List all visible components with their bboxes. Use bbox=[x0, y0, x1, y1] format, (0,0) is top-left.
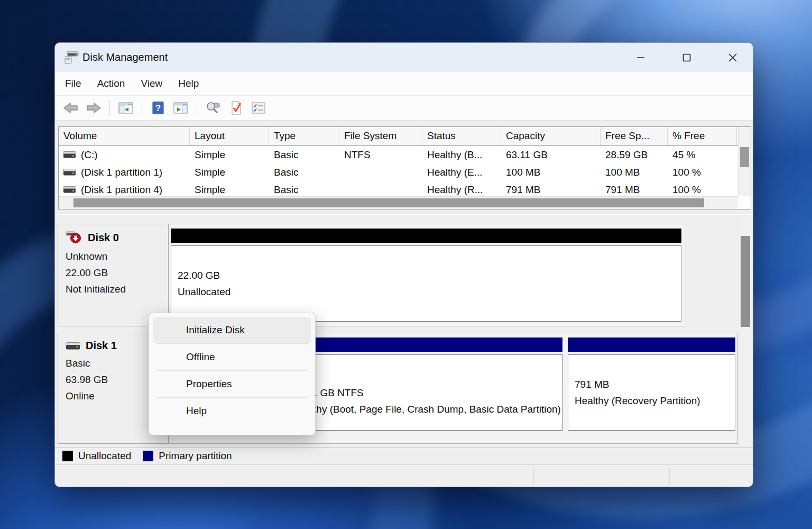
disk0-strip: 22.00 GB Unallocated bbox=[169, 224, 686, 326]
disk0-context-menu: Initialize Disk Offline Properties Help bbox=[149, 313, 316, 435]
cell-layout: Simple bbox=[190, 181, 269, 195]
cell-capacity: 100 MB bbox=[501, 163, 601, 181]
check-document-icon[interactable] bbox=[226, 99, 245, 117]
titlebar[interactable]: Disk Management bbox=[55, 43, 753, 72]
svg-text:?: ? bbox=[155, 103, 161, 113]
task-list-icon[interactable] bbox=[249, 99, 268, 117]
cell-status: Healthy (R... bbox=[422, 181, 501, 195]
cell-file-system bbox=[339, 163, 422, 181]
close-button[interactable] bbox=[717, 43, 749, 72]
status-bar-divider bbox=[533, 468, 534, 485]
toolbar: ? bbox=[55, 96, 753, 121]
partition-size: 791 MB bbox=[575, 376, 735, 393]
cell-percent-free: 45 % bbox=[668, 146, 737, 163]
volume-name-cell: (C:) bbox=[59, 146, 190, 163]
disk1-c-partition-region[interactable]: (C:) 63.11 GB NTFS Healthy (Boot, Page F… bbox=[286, 338, 562, 431]
minimize-button[interactable] bbox=[625, 43, 657, 72]
pane-splitter[interactable] bbox=[55, 214, 753, 215]
cell-status: Healthy (B... bbox=[422, 146, 501, 163]
volume-drive-icon bbox=[63, 151, 76, 158]
volume-row-c[interactable]: (C:) Simple Basic NTFS Healthy (B... 63.… bbox=[59, 146, 751, 163]
cell-free-space: 28.59 GB bbox=[601, 146, 668, 163]
cell-capacity: 63.11 GB bbox=[501, 146, 601, 163]
toolbar-separator bbox=[109, 100, 110, 116]
volume-list-header: Volume Layout Type File System Status Ca… bbox=[59, 127, 751, 146]
volume-list: Volume Layout Type File System Status Ca… bbox=[58, 126, 751, 209]
disk1-drive-icon bbox=[66, 342, 80, 350]
volume-name-cell: (Disk 1 partition 4) bbox=[59, 181, 190, 195]
unallocated-color-band bbox=[171, 229, 681, 243]
volume-drive-icon bbox=[63, 186, 76, 193]
volume-name-cell: (Disk 1 partition 1) bbox=[59, 163, 190, 181]
forward-icon[interactable] bbox=[84, 99, 103, 117]
volume-drive-icon bbox=[63, 169, 76, 176]
menu-action[interactable]: Action bbox=[97, 78, 125, 89]
disk-management-window: Disk Management File Action View Help bbox=[54, 42, 753, 487]
menu-item-help[interactable]: Help bbox=[149, 398, 315, 424]
menu-view[interactable]: View bbox=[141, 78, 162, 89]
column-percent-free[interactable]: % Free bbox=[668, 127, 737, 145]
menu-item-properties[interactable]: Properties bbox=[149, 371, 315, 397]
horizontal-scrollbar-thumb[interactable] bbox=[73, 198, 704, 207]
primary-partition-legend-label: Primary partition bbox=[159, 450, 232, 462]
region-label: Unallocated bbox=[178, 284, 681, 300]
volume-list-rows: (C:) Simple Basic NTFS Healthy (B... 63.… bbox=[59, 146, 751, 195]
help-icon[interactable]: ? bbox=[149, 99, 168, 117]
graphical-view-vertical-scrollbar[interactable] bbox=[740, 218, 751, 446]
show-console-tree-icon[interactable] bbox=[116, 99, 135, 117]
cell-type: Basic bbox=[269, 146, 339, 163]
toolbar-separator bbox=[197, 100, 197, 116]
column-layout[interactable]: Layout bbox=[190, 127, 269, 145]
vertical-scrollbar-thumb[interactable] bbox=[741, 236, 750, 327]
disk0-panel[interactable]: Disk 0 Unknown 22.00 GB Not Initialized bbox=[58, 224, 169, 326]
cell-layout: Simple bbox=[190, 146, 269, 163]
show-action-pane-icon[interactable] bbox=[171, 99, 190, 117]
cell-layout: Simple bbox=[190, 163, 269, 181]
disk0-size: 22.00 GB bbox=[66, 264, 168, 281]
volume-list-vertical-scrollbar[interactable] bbox=[738, 127, 751, 196]
status-bar-divider bbox=[669, 468, 670, 485]
region-size: 22.00 GB bbox=[178, 267, 681, 284]
menu-item-initialize-disk[interactable]: Initialize Disk bbox=[153, 317, 311, 343]
cell-percent-free: 100 % bbox=[668, 181, 737, 195]
cell-free-space: 100 MB bbox=[601, 163, 668, 181]
disk0-error-icon bbox=[66, 231, 82, 245]
partition-title: (C:) bbox=[293, 368, 562, 385]
column-free-space[interactable]: Free Sp... bbox=[601, 127, 668, 145]
cell-type: Basic bbox=[269, 181, 339, 195]
vertical-scrollbar-thumb[interactable] bbox=[740, 147, 749, 167]
volume-row-partition4[interactable]: (Disk 1 partition 4) Simple Basic Health… bbox=[59, 181, 751, 195]
rescan-disks-icon[interactable] bbox=[204, 99, 223, 117]
menu-file[interactable]: File bbox=[65, 78, 81, 89]
disk1-name: Disk 1 bbox=[86, 340, 117, 352]
unallocated-legend-label: Unallocated bbox=[78, 450, 131, 462]
maximize-button[interactable] bbox=[671, 43, 703, 72]
cell-percent-free: 100 % bbox=[668, 163, 737, 181]
volume-list-horizontal-scrollbar[interactable] bbox=[59, 196, 738, 209]
cell-type: Basic bbox=[269, 163, 339, 181]
partition-size: 63.11 GB NTFS bbox=[293, 385, 562, 401]
legend-bar: Unallocated Primary partition bbox=[55, 448, 753, 464]
disk-drive-app-icon bbox=[64, 50, 79, 67]
partition-status: Healthy (Boot, Page File, Crash Dump, Ba… bbox=[293, 401, 562, 417]
column-type[interactable]: Type bbox=[269, 127, 339, 145]
menu-item-offline[interactable]: Offline bbox=[149, 344, 315, 370]
column-volume[interactable]: Volume bbox=[59, 127, 190, 145]
column-capacity[interactable]: Capacity bbox=[501, 127, 601, 145]
cell-file-system bbox=[339, 181, 422, 195]
cell-file-system: NTFS bbox=[339, 146, 422, 163]
disk0-type: Unknown bbox=[66, 248, 168, 264]
column-status[interactable]: Status bbox=[422, 127, 501, 145]
back-icon[interactable] bbox=[61, 99, 80, 117]
primary-partition-legend-swatch bbox=[143, 451, 153, 461]
volume-row-partition1[interactable]: (Disk 1 partition 1) Simple Basic Health… bbox=[59, 163, 751, 181]
disk1-recovery-partition-region[interactable]: 791 MB Healthy (Recovery Partition) bbox=[568, 338, 735, 431]
menu-help[interactable]: Help bbox=[178, 78, 199, 89]
primary-partition-color-band bbox=[568, 338, 735, 352]
unallocated-legend-swatch bbox=[62, 451, 73, 461]
cell-free-space: 791 MB bbox=[601, 181, 668, 195]
menu-bar: File Action View Help bbox=[55, 72, 753, 96]
cell-capacity: 791 MB bbox=[501, 181, 601, 195]
column-file-system[interactable]: File System bbox=[339, 127, 422, 145]
disk0-unallocated-region[interactable]: 22.00 GB Unallocated bbox=[171, 229, 681, 322]
